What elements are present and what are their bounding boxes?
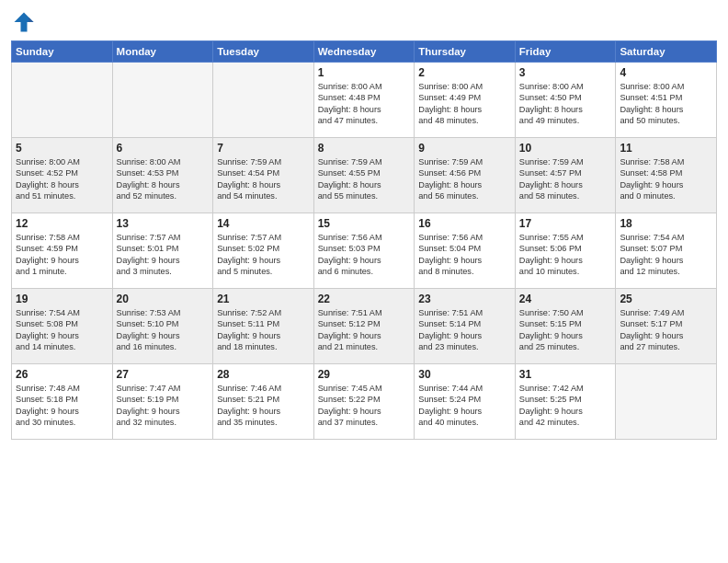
day-number: 12 [16,217,108,230]
logo [11,9,40,35]
calendar-cell: 2Sunrise: 8:00 AM Sunset: 4:49 PM Daylig… [415,63,516,138]
calendar-cell: 30Sunrise: 7:44 AM Sunset: 5:24 PM Dayli… [415,364,516,440]
cell-info: Sunrise: 7:57 AM Sunset: 5:02 PM Dayligh… [217,232,310,278]
calendar-cell: 15Sunrise: 7:56 AM Sunset: 5:03 PM Dayli… [313,213,415,289]
cell-info: Sunrise: 7:44 AM Sunset: 5:24 PM Dayligh… [418,383,511,429]
calendar-cell [12,63,113,138]
cell-info: Sunrise: 8:00 AM Sunset: 4:51 PM Dayligh… [620,81,712,127]
cell-info: Sunrise: 7:56 AM Sunset: 5:03 PM Dayligh… [318,232,411,278]
calendar-cell: 1Sunrise: 8:00 AM Sunset: 4:48 PM Daylig… [313,63,415,138]
calendar-cell: 23Sunrise: 7:51 AM Sunset: 5:14 PM Dayli… [415,289,516,364]
calendar-cell: 10Sunrise: 7:59 AM Sunset: 4:57 PM Dayli… [515,138,616,213]
calendar-cell: 25Sunrise: 7:49 AM Sunset: 5:17 PM Dayli… [616,289,717,364]
cell-info: Sunrise: 8:00 AM Sunset: 4:48 PM Dayligh… [318,81,411,127]
calendar-table: SundayMondayTuesdayWednesdayThursdayFrid… [11,40,717,440]
day-number: 17 [519,217,612,230]
cell-info: Sunrise: 7:53 AM Sunset: 5:10 PM Dayligh… [117,307,210,353]
cell-info: Sunrise: 7:54 AM Sunset: 5:08 PM Dayligh… [16,307,108,353]
calendar-container: SundayMondayTuesdayWednesdayThursdayFrid… [0,0,728,563]
day-header: Tuesday [213,41,314,63]
day-number: 31 [519,368,612,381]
day-number: 14 [217,217,310,230]
cell-info: Sunrise: 7:50 AM Sunset: 5:15 PM Dayligh… [519,307,612,353]
day-number: 30 [418,368,511,381]
cell-info: Sunrise: 8:00 AM Sunset: 4:52 PM Dayligh… [16,156,108,202]
day-number: 25 [620,293,712,305]
day-number: 7 [217,142,310,155]
day-number: 3 [519,66,612,79]
cell-info: Sunrise: 7:59 AM Sunset: 4:54 PM Dayligh… [217,156,310,202]
cell-info: Sunrise: 8:00 AM Sunset: 4:49 PM Dayligh… [418,81,511,127]
calendar-cell [213,63,314,138]
day-number: 27 [117,368,210,381]
day-number: 22 [318,293,411,305]
calendar-cell: 18Sunrise: 7:54 AM Sunset: 5:07 PM Dayli… [616,213,717,289]
calendar-cell: 24Sunrise: 7:50 AM Sunset: 5:15 PM Dayli… [515,289,616,364]
calendar-cell: 11Sunrise: 7:58 AM Sunset: 4:58 PM Dayli… [616,138,717,213]
calendar-week-row: 19Sunrise: 7:54 AM Sunset: 5:08 PM Dayli… [12,289,717,364]
calendar-week-row: 12Sunrise: 7:58 AM Sunset: 4:59 PM Dayli… [12,213,717,289]
cell-info: Sunrise: 7:59 AM Sunset: 4:56 PM Dayligh… [418,156,511,202]
cell-info: Sunrise: 7:58 AM Sunset: 4:58 PM Dayligh… [620,156,712,202]
header-row [11,9,717,35]
day-number: 8 [318,142,411,155]
calendar-cell: 8Sunrise: 7:59 AM Sunset: 4:55 PM Daylig… [313,138,415,213]
calendar-cell: 4Sunrise: 8:00 AM Sunset: 4:51 PM Daylig… [616,63,717,138]
day-number: 5 [16,142,108,155]
day-number: 29 [318,368,411,381]
day-number: 15 [318,217,411,230]
cell-info: Sunrise: 7:58 AM Sunset: 4:59 PM Dayligh… [16,232,108,278]
day-number: 16 [418,217,511,230]
calendar-cell: 21Sunrise: 7:52 AM Sunset: 5:11 PM Dayli… [213,289,314,364]
calendar-cell: 16Sunrise: 7:56 AM Sunset: 5:04 PM Dayli… [415,213,516,289]
day-number: 23 [418,293,511,305]
day-number: 11 [620,142,712,155]
calendar-week-row: 26Sunrise: 7:48 AM Sunset: 5:18 PM Dayli… [12,364,717,440]
cell-info: Sunrise: 7:48 AM Sunset: 5:18 PM Dayligh… [16,383,108,429]
day-header: Monday [112,41,213,63]
cell-info: Sunrise: 7:54 AM Sunset: 5:07 PM Dayligh… [620,232,712,278]
calendar-week-row: 5Sunrise: 8:00 AM Sunset: 4:52 PM Daylig… [12,138,717,213]
calendar-cell: 6Sunrise: 8:00 AM Sunset: 4:53 PM Daylig… [112,138,213,213]
day-number: 4 [620,66,712,79]
day-number: 20 [117,293,210,305]
cell-info: Sunrise: 7:42 AM Sunset: 5:25 PM Dayligh… [519,383,612,429]
calendar-cell: 9Sunrise: 7:59 AM Sunset: 4:56 PM Daylig… [415,138,516,213]
calendar-cell: 20Sunrise: 7:53 AM Sunset: 5:10 PM Dayli… [112,289,213,364]
cell-info: Sunrise: 7:57 AM Sunset: 5:01 PM Dayligh… [117,232,210,278]
day-number: 21 [217,293,310,305]
day-header: Thursday [415,41,516,63]
cell-info: Sunrise: 7:56 AM Sunset: 5:04 PM Dayligh… [418,232,511,278]
logo-icon [11,9,37,35]
cell-info: Sunrise: 7:46 AM Sunset: 5:21 PM Dayligh… [217,383,310,429]
cell-info: Sunrise: 7:51 AM Sunset: 5:14 PM Dayligh… [418,307,511,353]
cell-info: Sunrise: 7:49 AM Sunset: 5:17 PM Dayligh… [620,307,712,353]
day-number: 1 [318,66,411,79]
day-number: 6 [117,142,210,155]
cell-info: Sunrise: 7:59 AM Sunset: 4:55 PM Dayligh… [318,156,411,202]
cell-info: Sunrise: 7:59 AM Sunset: 4:57 PM Dayligh… [519,156,612,202]
cell-info: Sunrise: 7:55 AM Sunset: 5:06 PM Dayligh… [519,232,612,278]
calendar-cell: 27Sunrise: 7:47 AM Sunset: 5:19 PM Dayli… [112,364,213,440]
calendar-header-row: SundayMondayTuesdayWednesdayThursdayFrid… [12,41,717,63]
day-number: 13 [117,217,210,230]
day-header: Saturday [616,41,717,63]
calendar-cell: 12Sunrise: 7:58 AM Sunset: 4:59 PM Dayli… [12,213,113,289]
day-number: 24 [519,293,612,305]
cell-info: Sunrise: 7:51 AM Sunset: 5:12 PM Dayligh… [318,307,411,353]
cell-info: Sunrise: 7:45 AM Sunset: 5:22 PM Dayligh… [318,383,411,429]
cell-info: Sunrise: 8:00 AM Sunset: 4:50 PM Dayligh… [519,81,612,127]
day-header: Wednesday [313,41,415,63]
calendar-cell: 29Sunrise: 7:45 AM Sunset: 5:22 PM Dayli… [313,364,415,440]
day-number: 28 [217,368,310,381]
calendar-cell [616,364,717,440]
day-number: 10 [519,142,612,155]
calendar-cell: 22Sunrise: 7:51 AM Sunset: 5:12 PM Dayli… [313,289,415,364]
day-number: 26 [16,368,108,381]
calendar-cell: 28Sunrise: 7:46 AM Sunset: 5:21 PM Dayli… [213,364,314,440]
calendar-cell: 31Sunrise: 7:42 AM Sunset: 5:25 PM Dayli… [515,364,616,440]
calendar-cell: 17Sunrise: 7:55 AM Sunset: 5:06 PM Dayli… [515,213,616,289]
cell-info: Sunrise: 7:47 AM Sunset: 5:19 PM Dayligh… [117,383,210,429]
calendar-week-row: 1Sunrise: 8:00 AM Sunset: 4:48 PM Daylig… [12,63,717,138]
day-number: 9 [418,142,511,155]
